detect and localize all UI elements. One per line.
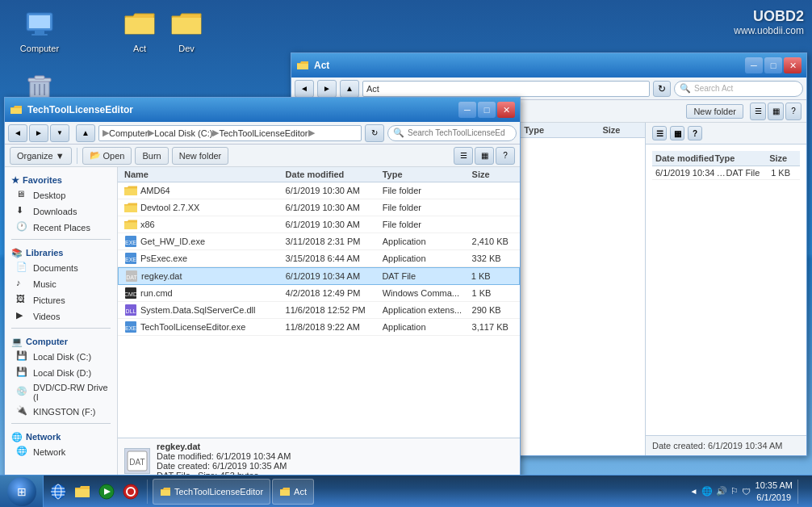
file-row[interactable]: DLL System.Data.SqlServerCe.dll 11/6/201… xyxy=(118,302,520,319)
main-close-button[interactable]: ✕ xyxy=(497,102,515,118)
act-props-pane-btn[interactable]: ▦ xyxy=(670,126,684,140)
main-window-controls[interactable]: ─ □ ✕ xyxy=(458,102,515,118)
taskbar-media-icon[interactable] xyxy=(95,480,118,503)
taskbar-act-label: Act xyxy=(294,487,307,497)
documents-icon: 📄 xyxy=(16,262,29,274)
act-file-row[interactable]: 6/1/2019 10:34 AM DAT File 1 KB xyxy=(652,166,800,180)
sidebar-item-music[interactable]: ♪ Music xyxy=(5,276,117,292)
file-row[interactable]: EXE PsExec.exe 3/15/2018 6:44 AM Applica… xyxy=(118,250,520,267)
path-localdisk: Local Disk (C:) xyxy=(154,128,212,138)
show-hidden-icon[interactable]: ◄ xyxy=(690,487,698,496)
show-desktop-button[interactable] xyxy=(797,480,806,504)
file-type-cell: DAT File xyxy=(382,271,471,281)
file-row[interactable]: x86 6/1/2019 10:30 AM File folder xyxy=(118,216,520,233)
main-window-icon xyxy=(10,103,23,116)
sidebar: ★Favorites 🖥 Desktop ⬇ Downloads 🕐 Recen… xyxy=(5,167,118,484)
back-button[interactable]: ◄ xyxy=(8,124,27,142)
network-tray-icon: 🌐 xyxy=(701,486,713,497)
act-minimize-button[interactable]: ─ xyxy=(745,57,763,73)
sidebar-item-kingston[interactable]: 🔌 KINGSTON (F:) xyxy=(5,404,117,420)
preview-date-mod: Date modified: 6/1/2019 10:34 AM xyxy=(157,451,291,461)
recent-button[interactable]: ▼ xyxy=(50,124,69,142)
sidebar-item-desktop[interactable]: 🖥 Desktop xyxy=(5,187,117,203)
file-row[interactable]: AMD64 6/1/2019 10:30 AM File folder xyxy=(118,182,520,199)
act-path-box[interactable]: Act xyxy=(362,81,650,97)
sys-tray: ◄ 🌐 🔊 ⚐ 🛡 xyxy=(690,486,751,497)
sidebar-item-downloads[interactable]: ⬇ Downloads xyxy=(5,203,117,220)
act-help-button[interactable]: ? xyxy=(785,103,802,120)
taskbar-active-act[interactable]: Act xyxy=(272,479,314,505)
taskbar-ie-icon[interactable] xyxy=(47,480,69,503)
start-button[interactable]: ⊞ xyxy=(0,476,44,508)
main-refresh-button[interactable]: ↻ xyxy=(365,124,384,142)
forward-button[interactable]: ► xyxy=(29,124,48,142)
sidebar-item-pictures[interactable]: 🖼 Pictures xyxy=(5,292,117,308)
file-row[interactable]: Devtool 2.7.XX 6/1/2019 10:30 AM File fo… xyxy=(118,199,520,216)
help-icon[interactable]: ? xyxy=(496,147,515,165)
file-name-cell: EXE TechToolLicenseEditor.exe xyxy=(121,321,286,333)
act-titlebar[interactable]: Act ─ □ ✕ xyxy=(291,53,806,78)
file-type-icon: DAT xyxy=(125,270,138,283)
svg-point-31 xyxy=(123,484,138,499)
views-icon[interactable]: ☰ xyxy=(454,147,473,165)
burn-button[interactable]: Burn xyxy=(135,147,168,165)
act-props-help-btn[interactable]: ? xyxy=(688,126,702,140)
taskbar-techtool-label: TechToolLicenseEditor xyxy=(174,487,263,497)
sidebar-item-network[interactable]: 🌐 Network xyxy=(5,444,117,460)
file-row[interactable]: EXE TechToolLicenseEditor.exe 11/8/2018 … xyxy=(118,319,520,336)
act-up-button[interactable]: ▲ xyxy=(340,80,359,98)
sidebar-item-recent[interactable]: 🕐 Recent Places xyxy=(5,220,117,236)
svg-text:CMD: CMD xyxy=(124,291,137,297)
svg-rect-2 xyxy=(35,31,44,34)
act-back-button[interactable]: ◄ xyxy=(295,80,314,98)
act-forward-button[interactable]: ► xyxy=(317,80,337,98)
main-minimize-button[interactable]: ─ xyxy=(458,102,476,118)
act-refresh-button[interactable]: ↻ xyxy=(653,81,671,97)
act-props-footer: Date created: 6/1/2019 10:34 AM xyxy=(646,435,806,455)
main-titlebar[interactable]: TechToolLicenseEditor ─ □ ✕ xyxy=(5,98,520,122)
new-folder-button[interactable]: New folder xyxy=(172,147,229,165)
act-views-button[interactable]: ☰ xyxy=(750,103,766,120)
start-orb-icon: ⊞ xyxy=(17,485,27,498)
file-row[interactable]: CMD run.cmd 4/2/2018 12:49 PM Windows Co… xyxy=(118,285,520,302)
watermark-line2: www.uobdii.com xyxy=(734,25,804,36)
file-type-cell: File folder xyxy=(383,203,472,212)
sidebar-item-videos[interactable]: ▶ Videos xyxy=(5,308,117,325)
file-name-cell: DLL System.Data.SqlServerCe.dll xyxy=(121,304,286,316)
watermark: UOBD2 www.uobdii.com xyxy=(734,8,804,36)
file-name-cell: CMD run.cmd xyxy=(121,287,286,300)
sidebar-item-dvd[interactable]: 💿 DVD/CD-RW Drive (I xyxy=(5,381,117,404)
act-props-panel: ☰ ▦ ? Date modified Type Size 6/1/2019 1… xyxy=(645,123,806,455)
act-close-button[interactable]: ✕ xyxy=(784,57,802,73)
taskbar-clock[interactable]: 10:35 AM 6/1/2019 xyxy=(755,480,793,503)
act-search-box[interactable]: 🔍 Search Act xyxy=(674,81,803,97)
taskbar-active-techtool[interactable]: TechToolLicenseEditor xyxy=(153,479,270,505)
sidebar-item-documents[interactable]: 📄 Documents xyxy=(5,260,117,276)
file-date-cell: 6/1/2019 10:30 AM xyxy=(286,203,383,212)
taskbar-explorer-icon[interactable] xyxy=(71,480,94,503)
main-maximize-button[interactable]: □ xyxy=(478,102,496,118)
file-date-cell: 6/1/2019 10:34 AM xyxy=(286,271,383,281)
pane-icon[interactable]: ▦ xyxy=(475,147,494,165)
open-button[interactable]: 📂 Open xyxy=(82,147,132,165)
organize-button[interactable]: Organize ▼ xyxy=(10,147,72,165)
up-button[interactable]: ▲ xyxy=(76,124,95,142)
file-row[interactable]: DAT regkey.dat 6/1/2019 10:34 AM DAT Fil… xyxy=(118,267,520,285)
act-window-controls[interactable]: ─ □ ✕ xyxy=(745,57,802,73)
main-search-input[interactable] xyxy=(408,128,504,137)
sidebar-item-localdisk-c[interactable]: 💾 Local Disk (C:) xyxy=(5,349,117,365)
file-date-cell: 6/1/2019 10:30 AM xyxy=(286,186,383,195)
main-search-box[interactable]: 🔍 xyxy=(387,125,517,141)
act-search-placeholder: Search Act xyxy=(694,84,733,93)
file-row[interactable]: EXE Get_HW_ID.exe 3/11/2018 2:31 PM Appl… xyxy=(118,233,520,250)
act-maximize-button[interactable]: □ xyxy=(764,57,782,73)
act-new-folder-button[interactable]: New folder xyxy=(686,104,743,119)
main-path-box[interactable]: ▶ Computer ▶ Local Disk (C:) ▶ TechToolL… xyxy=(98,125,362,141)
act-preview-button[interactable]: ▦ xyxy=(768,103,784,120)
file-date-cell: 6/1/2019 10:30 AM xyxy=(286,220,383,229)
desktop-icon-dev[interactable]: Dev xyxy=(158,8,215,53)
taskbar-opera-icon[interactable] xyxy=(119,480,142,503)
desktop-icon-computer[interactable]: Computer xyxy=(11,8,68,53)
act-props-views-btn[interactable]: ☰ xyxy=(652,126,667,140)
sidebar-item-localdisk-d[interactable]: 💾 Local Disk (D:) xyxy=(5,365,117,381)
